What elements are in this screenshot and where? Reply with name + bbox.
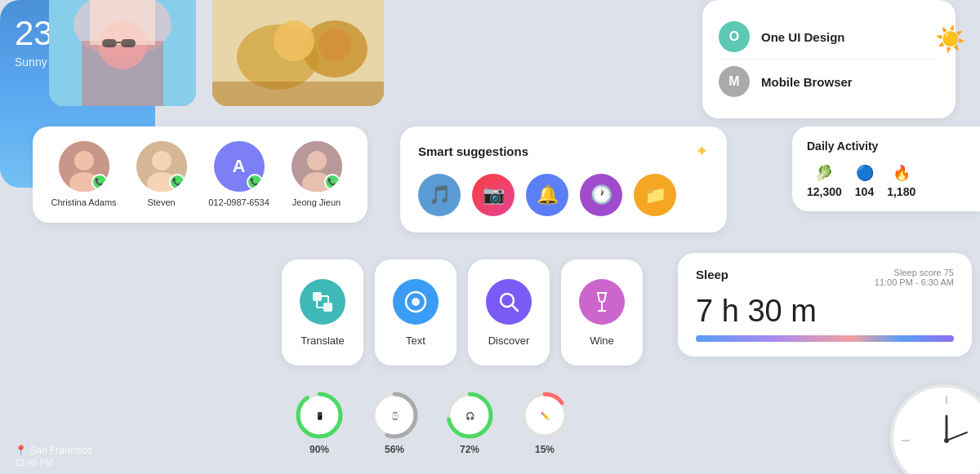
gauge-pen-label: 15% [535, 444, 555, 455]
smart-app-camera[interactable]: 📷 [472, 174, 514, 216]
sparkle-icon: ✦ [695, 141, 709, 161]
gauge-phone: 📱 90% [294, 390, 345, 455]
smart-app-bell[interactable]: 🔔 [526, 174, 568, 216]
svg-rect-6 [121, 39, 136, 47]
clock-widget [890, 384, 980, 474]
smart-suggestions-card: Smart suggestions ✦ 🎵 📷 🔔 🕐 📁 [400, 126, 727, 233]
activity-stat-floors: 🔵 104 [855, 164, 874, 198]
daily-activity-card: Daily Activity 🥬 12,300 🔵 104 🔥 1,180 [792, 126, 980, 211]
call-badge-jeong: 📞 [324, 174, 341, 190]
sleep-score-label: Sleep score 75 [875, 268, 954, 277]
mobile-browser-label: Mobile Browser [761, 75, 853, 89]
discover-icon [486, 279, 532, 325]
contact-name-jeong: Jeong Jieun [292, 197, 341, 208]
sleep-card: Sleep Sleep score 75 11:00 PM - 6:30 AM … [678, 253, 972, 357]
gauge-earbuds-circle: 🎧 [444, 390, 495, 441]
svg-point-15 [74, 151, 94, 171]
one-ui-icon: O [719, 21, 750, 52]
calories-icon: 🔥 [893, 164, 911, 182]
sleep-bar [696, 335, 954, 342]
sleep-time-range: 11:00 PM - 6:30 AM [875, 277, 954, 287]
contacts-card: 📞 Christina Adams 📞 Steven A 📞 012-0987-… [33, 126, 368, 223]
contact-phone[interactable]: A 📞 012-0987-6534 [204, 141, 274, 208]
wine-icon [579, 279, 625, 325]
svg-rect-11 [212, 82, 384, 106]
svg-rect-5 [102, 39, 117, 47]
gauge-watch-circle: ⌚ [369, 390, 420, 441]
smart-app-folder[interactable]: 📁 [634, 174, 676, 216]
daily-activity-title: Daily Activity [807, 140, 965, 153]
contact-avatar-jeong: 📞 [292, 141, 342, 192]
svg-line-32 [512, 305, 518, 311]
call-badge-steven: 📞 [169, 174, 185, 190]
app-list-item-one-ui[interactable]: O One UI Design [719, 15, 939, 59]
sleep-score-info: Sleep score 75 11:00 PM - 6:30 AM [875, 268, 954, 287]
activity-stat-steps: 🥬 12,300 [807, 164, 842, 198]
svg-text:✏️: ✏️ [541, 411, 550, 421]
quick-action-translate[interactable]: Translate [282, 259, 363, 365]
discover-label: Discover [488, 334, 530, 347]
svg-point-21 [307, 151, 327, 171]
svg-line-52 [947, 432, 967, 441]
sleep-header: Sleep Sleep score 75 11:00 PM - 6:30 AM [696, 268, 954, 287]
gauge-earbuds: 🎧 72% [444, 390, 495, 455]
contact-name-phone: 012-0987-6534 [208, 197, 270, 208]
calories-value: 1,180 [887, 185, 915, 198]
wine-label: Wine [590, 334, 614, 347]
gauge-phone-circle: 📱 [294, 390, 345, 441]
svg-rect-23 [313, 292, 322, 301]
smart-app-music[interactable]: 🎵 [418, 174, 461, 216]
quick-action-wine[interactable]: Wine [561, 259, 643, 365]
contact-name-christina: Christina Adams [51, 197, 116, 208]
activity-stat-calories: 🔥 1,180 [887, 164, 915, 198]
svg-point-12 [274, 20, 314, 61]
svg-point-30 [412, 298, 420, 306]
sleep-duration: 7 h 30 m [696, 294, 954, 329]
smart-suggestions-icons: 🎵 📷 🔔 🕐 📁 [418, 174, 709, 216]
svg-point-53 [944, 438, 949, 443]
smart-suggestions-header: Smart suggestions ✦ [418, 141, 709, 161]
one-ui-label: One UI Design [761, 30, 845, 44]
contact-steven[interactable]: 📞 Steven [127, 141, 196, 208]
mobile-browser-icon: M [719, 66, 750, 97]
contact-jeong[interactable]: 📞 Jeong Jieun [282, 141, 351, 208]
call-badge-phone: 📞 [247, 174, 263, 190]
svg-point-18 [152, 151, 172, 171]
svg-point-13 [318, 29, 351, 61]
gauge-watch-label: 56% [385, 444, 404, 455]
app-list-item-browser[interactable]: M Mobile Browser [719, 59, 939, 104]
call-badge-christina: 📞 [91, 174, 108, 190]
gauge-pen-circle: ✏️ [519, 390, 570, 441]
quick-actions-row: Translate Text Discover Wine [282, 259, 643, 365]
contact-christina[interactable]: 📞 Christina Adams [49, 141, 118, 208]
translate-label: Translate [301, 334, 345, 347]
steps-value: 12,300 [807, 185, 842, 198]
floors-icon: 🔵 [856, 164, 874, 182]
svg-rect-4 [90, 0, 155, 45]
translate-icon [300, 279, 345, 325]
text-icon [393, 279, 439, 325]
weather-condition: Sunny [15, 55, 140, 69]
photo-left [49, 0, 196, 106]
floors-value: 104 [855, 185, 874, 198]
quick-action-discover[interactable]: Discover [468, 259, 550, 365]
gauge-phone-label: 90% [310, 444, 329, 455]
activity-stats: 🥬 12,300 🔵 104 🔥 1,180 [807, 164, 965, 198]
contact-name-steven: Steven [147, 197, 175, 208]
svg-text:🎧: 🎧 [466, 411, 475, 421]
photo-right [212, 0, 384, 106]
smart-suggestions-title: Smart suggestions [418, 144, 528, 158]
svg-text:⌚: ⌚ [390, 411, 400, 421]
smart-app-clock[interactable]: 🕐 [580, 174, 622, 216]
svg-rect-24 [323, 303, 332, 312]
gauge-earbuds-label: 72% [460, 444, 479, 455]
steps-icon: 🥬 [815, 164, 833, 182]
gauges-row: 📱 90% ⌚ 56% 🎧 72% [294, 390, 570, 455]
contact-avatar-phone: A 📞 [214, 141, 265, 192]
gauge-pen: ✏️ 15% [519, 390, 570, 455]
quick-action-text[interactable]: Text [375, 259, 457, 365]
contact-avatar-steven: 📞 [136, 141, 187, 192]
gauge-watch: ⌚ 56% [369, 390, 420, 455]
sleep-title: Sleep [696, 268, 728, 281]
app-list-card: O One UI Design M Mobile Browser [702, 0, 956, 118]
